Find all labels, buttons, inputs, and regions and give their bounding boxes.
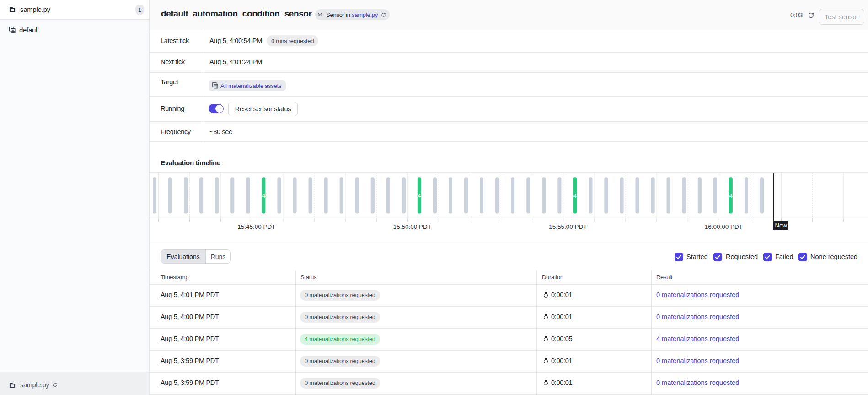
svg-text:4: 4 [418, 192, 421, 199]
svg-text:4: 4 [573, 192, 577, 199]
svg-text:15:45:00 PDT: 15:45:00 PDT [237, 223, 275, 230]
svg-text:4: 4 [262, 192, 265, 199]
svg-text:15:50:00 PDT: 15:50:00 PDT [393, 223, 431, 230]
svg-text:16:00:00 PDT: 16:00:00 PDT [705, 223, 743, 230]
svg-text:4: 4 [729, 192, 732, 199]
svg-text:15:55:00 PDT: 15:55:00 PDT [549, 223, 587, 230]
svg-text:Now: Now [775, 222, 788, 229]
